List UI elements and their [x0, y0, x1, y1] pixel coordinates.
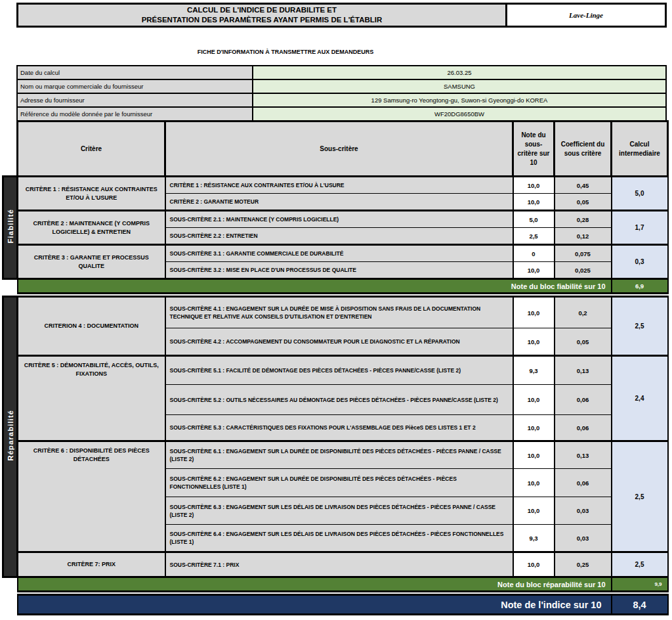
calc-intermediate-cell: 2,5: [612, 297, 668, 356]
coefficient-cell: 0,2: [555, 297, 612, 328]
note-cell: 9,3: [513, 356, 555, 385]
coefficient-cell: 0,025: [555, 262, 612, 279]
block-note-value: 9,9: [612, 577, 668, 592]
sub-criterion-row: CRITÈRE 5 : DÉMONTABILITÉ, ACCÈS, OUTILS…: [3, 356, 668, 385]
coefficient-cell: 0,45: [555, 177, 612, 194]
sub-criterion-cell: CRITÈRE 1 : RÉSISTANCE AUX CONTRAINTES E…: [165, 177, 513, 194]
section-strip: Fiabilité: [3, 177, 18, 279]
title-line-2: PRÉSENTATION DES PARAMÈTRES AYANT PERMIS…: [18, 15, 505, 25]
title-line-1: CALCUL DE L'INDICE DE DURABILITE ET: [18, 5, 505, 15]
info-row: Adresse du fournisseur129 Samsung-ro Yeo…: [17, 93, 666, 107]
main-table-header-row: CritèreSous-critèreNote du sous-critère …: [3, 122, 668, 177]
sub-criterion-row: FiabilitéCRITÈRE 1 : RÉSISTANCE AUX CONT…: [3, 177, 668, 194]
coefficient-cell: 0,05: [555, 194, 612, 211]
sub-criterion-cell: SOUS-CRITÈRE 4.1 : ENGAGEMENT SUR LA DUR…: [165, 297, 513, 328]
sub-criterion-row: CRITÈRE 7: PRIXSOUS-CRITÈRE 7.1 : PRIX10…: [3, 552, 668, 577]
coefficient-cell: 0,06: [555, 385, 612, 415]
block-note-label: Note du bloc fiabilité sur 10: [18, 279, 612, 294]
sub-criterion-cell: SOUS-CRITÈRE 2.2 : ENTRETIEN: [165, 228, 513, 245]
sub-criterion-cell: CRITÈRE 2 : GARANTIE MOTEUR: [165, 194, 513, 211]
note-cell: 10,0: [513, 194, 555, 211]
sub-criterion-row: CRITÈRE 2 : MAINTENANCE (Y COMPRIS LOGIC…: [3, 211, 668, 228]
criterion-cell: CRITÈRE 3 : GARANTIE ET PROCESSUS QUALIT…: [18, 245, 165, 279]
column-header-calcul: Calcul intermediaire: [612, 122, 668, 177]
sub-criterion-cell: SOUS-CRITÈRE 7.1 : PRIX: [165, 552, 513, 577]
calc-intermediate-cell: 2,5: [612, 552, 668, 577]
sub-criterion-cell: SOUS-CRITÈRE 6.1 : ENGAGEMENT SUR LA DUR…: [165, 441, 513, 469]
sub-criterion-cell: SOUS-CRITÈRE 4.2 : ACCOMPAGNEMENT DU CON…: [165, 328, 513, 356]
note-cell: 10,0: [513, 552, 555, 577]
note-cell: 10,0: [513, 328, 555, 356]
coefficient-cell: 0,03: [555, 525, 612, 552]
criterion-cell: CRITÈRE 6 : DISPONIBILITÉ DES PIÈCES DÉT…: [18, 441, 165, 552]
coefficient-cell: 0,05: [555, 328, 612, 356]
sub-criterion-row: RéparabilitéCRITERION 4 : DOCUMENTATIONS…: [3, 297, 668, 328]
total-score-value: 8,4: [612, 595, 668, 615]
coefficient-cell: 0,25: [555, 552, 612, 577]
info-table-body: Date du calcul26.03.25Nom ou marque comm…: [17, 66, 666, 121]
coefficient-cell: 0,06: [555, 469, 612, 497]
info-row: Référence du modèle donnée par le fourni…: [17, 107, 666, 121]
info-row-value: 26.03.25: [253, 66, 666, 79]
total-score-label: Note de l'indice sur 10: [18, 595, 612, 615]
document-page: CALCUL DE L'INDICE DE DURABILITE ET PRÉS…: [0, 0, 672, 620]
criterion-cell: CRITERION 4 : DOCUMENTATION: [18, 297, 165, 356]
calc-intermediate-cell: 2,5: [612, 441, 668, 552]
subtitle: FICHE D'INFORMATION À TRANSMETTRE AUX DE…: [16, 49, 555, 55]
header-corner-spacer: [3, 122, 18, 177]
block-note-label: Note du bloc réparabilité sur 10: [18, 577, 612, 592]
document-title: CALCUL DE L'INDICE DE DURABILITE ET PRÉS…: [18, 5, 507, 26]
info-row-label: Date du calcul: [17, 66, 253, 79]
block-note-value: 6,9: [612, 279, 668, 294]
sub-criterion-cell: SOUS-CRITÈRE 3.2 : MISE EN PLACE D'UN PR…: [165, 262, 513, 279]
criterion-cell: CRITÈRE 2 : MAINTENANCE (Y COMPRIS LOGIC…: [18, 211, 165, 245]
coefficient-cell: 0,06: [555, 415, 612, 441]
note-cell: 10,0: [513, 441, 555, 469]
main-table: CritèreSous-critèreNote du sous-critère …: [2, 120, 669, 615]
criterion-cell: CRITÈRE 5 : DÉMONTABILITÉ, ACCÈS, OUTILS…: [18, 356, 165, 441]
block-note-left-spacer: [3, 577, 18, 592]
info-row-value: 129 Samsung-ro Yeongtong-gu, Suwon-si Gy…: [253, 93, 666, 107]
section-strip-label: Réparabilité: [7, 410, 14, 461]
column-header-coefficient: Coefficient du sous critère: [555, 122, 612, 177]
column-header-note: Note du sous-critère sur 10: [513, 122, 555, 177]
sub-criterion-cell: SOUS-CRITÈRE 3.1 : GARANTIE COMMERCIALE …: [165, 245, 513, 262]
total-row: Note de l'indice sur 108,4: [3, 595, 668, 615]
coefficient-cell: 0,075: [555, 245, 612, 262]
info-row-value: WF20DG8650BW: [253, 107, 666, 121]
block-note-row: Note du bloc réparabilité sur 109,9: [3, 577, 668, 592]
info-row-label: Référence du modèle donnée par le fourni…: [17, 107, 253, 121]
note-cell: 10,0: [513, 297, 555, 328]
criterion-cell: CRITÈRE 7: PRIX: [18, 552, 165, 577]
info-row-label: Nom ou marque commerciale du fournisseur: [17, 79, 253, 93]
sub-criterion-cell: SOUS-CRITÈRE 6.3 : ENGAGEMENT SUR LES DÉ…: [165, 497, 513, 525]
sub-criterion-cell: SOUS-CRITÈRE 5.2 : OUTILS NÉCESSAIRES AU…: [165, 385, 513, 415]
coefficient-cell: 0,12: [555, 228, 612, 245]
sub-criterion-cell: SOUS-CRITÈRE 5.3 : CARACTÉRISTIQUES DES …: [165, 415, 513, 441]
note-cell: 5,0: [513, 211, 555, 228]
total-left-spacer: [3, 595, 18, 615]
sub-criterion-row: CRITÈRE 3 : GARANTIE ET PROCESSUS QUALIT…: [3, 245, 668, 262]
sub-criterion-cell: SOUS-CRITÈRE 6.4 : ENGAGEMENT SUR LES DÉ…: [165, 525, 513, 552]
criterion-cell: CRITÈRE 1 : RÉSISTANCE AUX CONTRAINTES E…: [18, 177, 165, 211]
note-cell: 10,0: [513, 385, 555, 415]
info-row: Nom ou marque commerciale du fournisseur…: [17, 79, 666, 93]
section-strip: Réparabilité: [3, 297, 18, 577]
note-cell: 10,0: [513, 177, 555, 194]
note-cell: 10,0: [513, 262, 555, 279]
calc-intermediate-cell: 2,4: [612, 356, 668, 441]
section-strip-label: Fiabilité: [7, 209, 14, 243]
product-type-cell: Lave-Linge: [507, 5, 665, 26]
info-row-label: Adresse du fournisseur: [17, 93, 253, 107]
column-header-critere: Critère: [18, 122, 165, 177]
note-cell: 10,0: [513, 469, 555, 497]
note-cell: 9,3: [513, 525, 555, 552]
column-header-sous-critere: Sous-critère: [165, 122, 513, 177]
coefficient-cell: 0,03: [555, 497, 612, 525]
calc-intermediate-cell: 5,0: [612, 177, 668, 211]
note-cell: 0: [513, 245, 555, 262]
sub-criterion-row: CRITÈRE 6 : DISPONIBILITÉ DES PIÈCES DÉT…: [3, 441, 668, 469]
calc-intermediate-cell: 0,3: [612, 245, 668, 279]
info-table: Date du calcul26.03.25Nom ou marque comm…: [16, 65, 667, 122]
calc-intermediate-cell: 1,7: [612, 211, 668, 245]
